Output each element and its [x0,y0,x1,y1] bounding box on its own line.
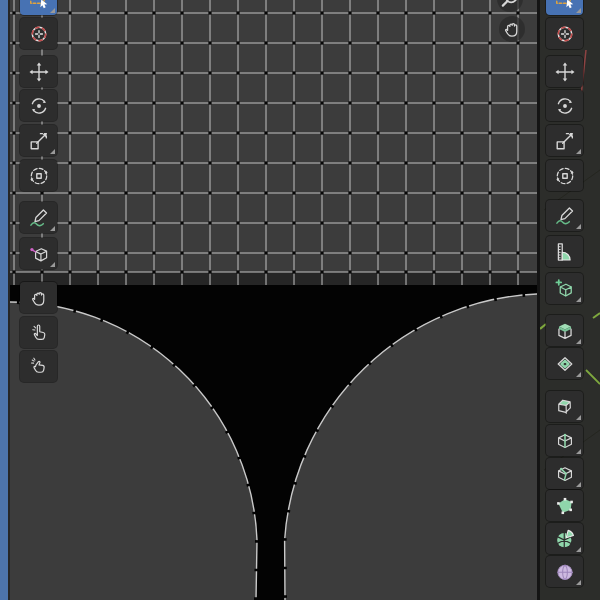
tool-button-measure[interactable] [546,236,583,267]
uv-canvas[interactable] [10,0,537,600]
tool-button-cursor[interactable] [546,18,583,49]
tool-button-pinch[interactable] [20,351,57,382]
subtool-indicator [576,372,581,377]
inset-faces-icon [554,353,576,375]
measure-icon [554,241,576,263]
pan-hand-icon [501,18,523,40]
relax-icon [28,322,50,344]
subtool-indicator [576,8,581,13]
smooth-icon [554,561,576,583]
subtool-indicator [576,482,581,487]
uv-editor-toolbar [20,0,57,600]
tool-button-poly-build[interactable] [546,490,583,521]
pinch-icon [28,356,50,378]
knife-icon [554,463,576,485]
tool-button-loop-cut[interactable] [546,425,583,456]
subtool-indicator [576,224,581,229]
tool-button-move[interactable] [20,56,57,87]
viewport-3d-toolbar [546,0,583,600]
tool-button-grab[interactable] [20,282,57,313]
window-edge-gap [8,0,10,600]
subtool-indicator [576,149,581,154]
uv-editor-area[interactable] [10,0,537,600]
tool-button-spin[interactable] [546,523,583,554]
tool-button-scale[interactable] [20,125,57,156]
scale-icon [554,130,576,152]
poly-build-icon [554,495,576,517]
cursor-icon [28,23,50,45]
bevel-icon [554,396,576,418]
tool-button-scale[interactable] [546,125,583,156]
nav-gizmo-pan-hand[interactable] [499,16,525,42]
add-cube-icon [554,278,576,300]
spin-icon [554,528,576,550]
tool-button-annotate[interactable] [546,200,583,231]
tool-button-select-box[interactable] [546,0,583,15]
tool-button-knife[interactable] [546,458,583,489]
tool-button-bevel[interactable] [546,391,583,422]
tool-button-rotate[interactable] [546,90,583,121]
tool-button-extrude-region[interactable] [546,315,583,346]
subtool-indicator [576,547,581,552]
tool-button-smooth[interactable] [546,556,583,587]
select-box-icon [28,0,50,11]
subtool-indicator [50,226,55,231]
transform-icon [554,165,576,187]
grab-icon [28,287,50,309]
subtool-indicator [50,8,55,13]
rip-region-icon [28,243,50,265]
tool-button-select-box[interactable] [20,0,57,15]
tool-button-transform[interactable] [20,160,57,191]
subtool-indicator [50,149,55,154]
blender-window [0,0,600,600]
scale-icon [28,130,50,152]
window-edge [0,0,8,600]
subtool-indicator [576,415,581,420]
cursor-icon [554,23,576,45]
tool-button-add-cube[interactable] [546,273,583,304]
loop-cut-icon [554,430,576,452]
transform-icon [28,165,50,187]
select-box-icon [554,0,576,11]
tool-button-relax[interactable] [20,317,57,348]
subtool-indicator [576,297,581,302]
annotate-icon [28,207,50,229]
rotate-icon [28,95,50,117]
subtool-indicator [576,580,581,585]
move-icon [28,61,50,83]
extrude-region-icon [554,320,576,342]
rotate-icon [554,95,576,117]
tool-button-cursor[interactable] [20,18,57,49]
subtool-indicator [50,262,55,267]
tool-button-rotate[interactable] [20,90,57,121]
subtool-indicator [576,449,581,454]
magnifier-icon [499,0,521,10]
tool-button-transform[interactable] [546,160,583,191]
tool-button-rip-region[interactable] [20,238,57,269]
tool-button-annotate[interactable] [20,202,57,233]
move-icon [554,61,576,83]
subtool-indicator [576,339,581,344]
tool-button-move[interactable] [546,56,583,87]
tool-button-inset-faces[interactable] [546,348,583,379]
annotate-icon [554,205,576,227]
